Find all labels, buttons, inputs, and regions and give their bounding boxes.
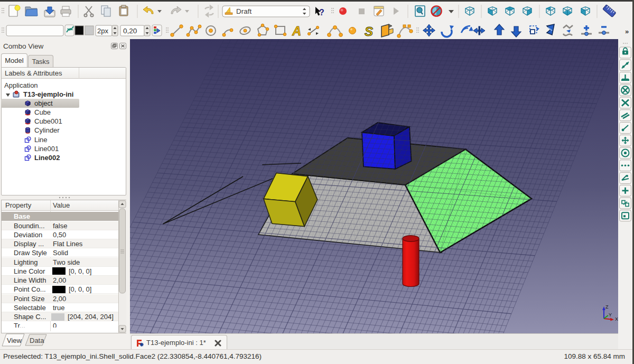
svg-text:S: S xyxy=(365,24,373,38)
svg-text:»: » xyxy=(625,27,629,35)
svg-text:Z: Z xyxy=(605,304,609,310)
svg-text:A: A xyxy=(292,24,301,38)
svg-text:View: View xyxy=(7,337,22,344)
svg-text:Draft: Draft xyxy=(236,7,252,15)
svg-text:2px: 2px xyxy=(97,27,108,35)
svg-text:0,20: 0,20 xyxy=(123,27,137,35)
svg-text:Data: Data xyxy=(30,337,44,344)
svg-text:Y: Y xyxy=(609,312,612,318)
svg-text:?: ? xyxy=(319,8,324,17)
